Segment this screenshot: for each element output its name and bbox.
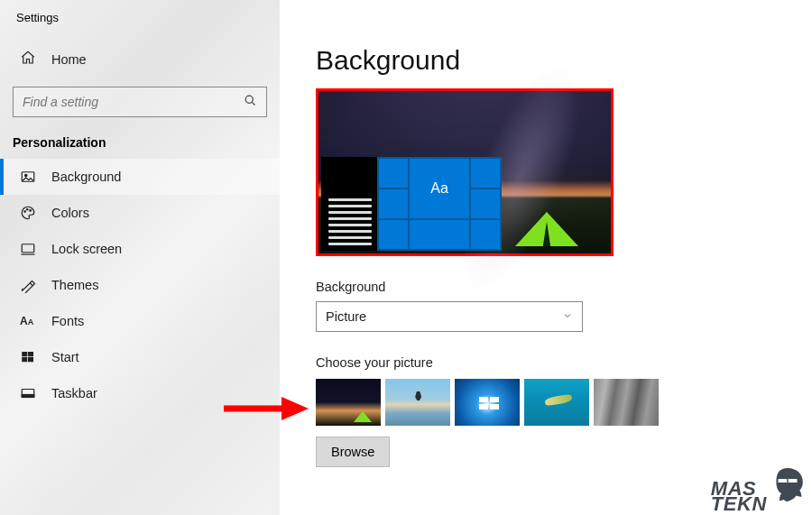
picture-thumb-4[interactable] [524,379,589,426]
sidebar: Settings Home Personalization Background… [0,0,280,515]
svg-line-1 [252,102,254,105]
home-icon [20,50,36,69]
palette-icon [20,205,36,221]
nav-item-label: Fonts [51,314,84,328]
picture-thumbnails [316,379,812,426]
nav-item-label: Lock screen [51,242,122,256]
svg-rect-7 [22,244,34,253]
nav-item-background[interactable]: Background [0,159,280,195]
preview-start-menu: Aa [321,157,502,251]
choose-picture-label: Choose your picture [316,355,812,370]
nav-item-themes[interactable]: Themes [0,267,280,303]
nav-item-label: Start [51,350,79,364]
main-content: Background Aa Background Picture [316,0,812,515]
chevron-down-icon [562,309,573,324]
nav-item-taskbar[interactable]: Taskbar [0,375,280,411]
nav-item-label: Taskbar [51,386,97,400]
themes-icon [20,277,36,293]
svg-point-5 [27,209,29,211]
app-title: Settings [0,0,280,24]
nav-item-colors[interactable]: Colors [0,195,280,231]
watermark-face-icon [769,466,807,511]
svg-rect-12 [28,357,33,362]
nav-item-lock-screen[interactable]: Lock screen [0,231,280,267]
picture-thumb-5[interactable] [594,379,659,426]
picture-thumb-1[interactable] [316,379,381,426]
picture-thumb-3[interactable] [455,379,520,426]
nav-item-fonts[interactable]: AA Fonts [0,303,280,339]
picture-thumb-2[interactable] [385,379,450,426]
dropdown-value: Picture [326,309,366,324]
nav-item-label: Themes [51,278,98,292]
svg-marker-16 [281,397,309,420]
preview-sample-tile: Aa [410,159,469,218]
desktop-preview: Aa [316,88,614,256]
search-icon [244,94,257,111]
nav-item-label: Colors [51,206,89,220]
search-input[interactable] [23,95,244,109]
nav-item-start[interactable]: Start [0,339,280,375]
nav-item-label: Background [51,170,121,184]
picture-icon [20,169,36,185]
svg-point-4 [24,211,26,213]
taskbar-icon [20,385,36,401]
section-heading: Personalization [0,117,280,155]
lock-screen-icon [20,241,36,257]
search-input-wrap[interactable] [13,87,267,117]
background-dropdown-label: Background [316,280,812,294]
svg-point-0 [245,96,253,103]
watermark-line2: TEKN [711,496,767,511]
svg-rect-14 [22,395,34,398]
watermark: MAS TEKN [711,466,807,511]
svg-rect-9 [22,352,27,356]
svg-point-6 [30,210,32,212]
svg-rect-10 [28,352,33,356]
nav-home[interactable]: Home [0,42,280,76]
svg-rect-11 [22,357,27,362]
nav-list: Background Colors Lock screen Themes AA … [0,159,280,411]
start-icon [20,349,36,365]
svg-point-3 [25,174,27,176]
fonts-icon: AA [20,313,36,329]
nav-home-label: Home [51,52,87,67]
browse-button[interactable]: Browse [316,437,390,467]
